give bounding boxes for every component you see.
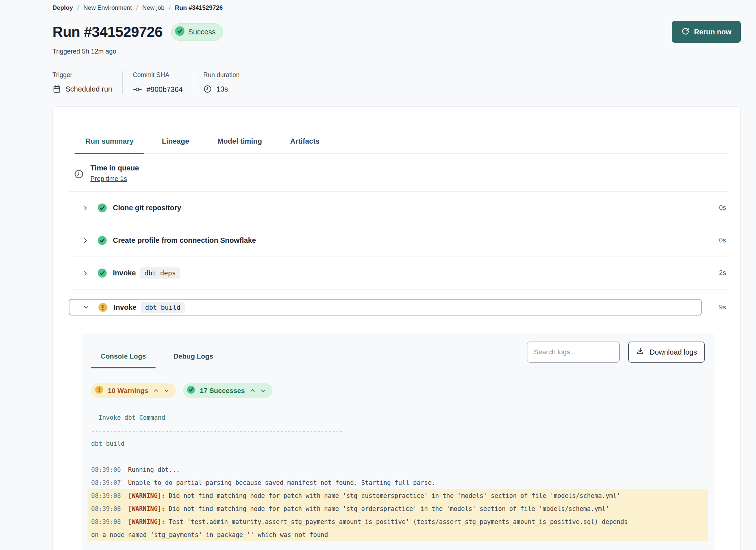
- meta-trigger-value: Scheduled run: [65, 85, 112, 93]
- step-row[interactable]: Clone git repository0s: [69, 192, 728, 224]
- log-line: 08:39:07Unable to do partial parsing bec…: [91, 476, 705, 489]
- log-timestamp: 08:39:08: [91, 518, 121, 525]
- log-warning-row: 08:39:08[WARNING]:Did not find matching …: [91, 502, 705, 515]
- rerun-now-button[interactable]: Rerun now: [672, 21, 741, 43]
- tab-lineage[interactable]: Lineage: [151, 137, 200, 153]
- time-in-queue-section: Time in queue Prep time 1s: [69, 154, 728, 192]
- step-row-content[interactable]: Invokedbt deps: [69, 267, 702, 279]
- breadcrumb-item[interactable]: Deploy: [52, 4, 73, 12]
- chevron-down-icon[interactable]: [164, 388, 169, 393]
- run-detail-page: Deploy/New Environment/New job/Run #3415…: [0, 0, 756, 550]
- step-row-content[interactable]: Clone git repository: [69, 203, 702, 213]
- page-title: Run #341529726: [52, 24, 162, 40]
- chevron-down-icon[interactable]: [83, 304, 89, 310]
- meta-commit-label: Commit SHA: [133, 71, 183, 79]
- success-icon: [175, 26, 184, 38]
- warnings-badge-label: 10 Warnings: [108, 387, 148, 395]
- breadcrumb: Deploy/New Environment/New job/Run #3415…: [52, 4, 741, 12]
- log-timestamp: 08:39:08: [91, 492, 121, 499]
- steps-list: Clone git repository0sCreate profile fro…: [69, 192, 728, 316]
- log-timestamp: 08:39:07: [91, 479, 121, 486]
- refresh-icon: [681, 27, 690, 37]
- download-logs-label: Download logs: [650, 348, 697, 356]
- breadcrumb-item[interactable]: New Environment: [83, 4, 132, 12]
- warning-tag: [WARNING]:: [128, 505, 165, 512]
- log-timestamp: 08:39:06: [91, 466, 121, 473]
- breadcrumb-separator: /: [169, 4, 171, 12]
- warning-tag: [WARNING]:: [128, 492, 165, 499]
- run-summary-card: Run summaryLineageModel timingArtifacts …: [52, 106, 741, 550]
- tab-model-timing[interactable]: Model timing: [207, 137, 273, 153]
- step-duration: 2s: [702, 269, 728, 277]
- tab-run-summary[interactable]: Run summary: [75, 137, 144, 153]
- step-label: Create profile from connection Snowflake: [113, 236, 256, 245]
- step-warning-icon: [98, 302, 108, 312]
- step-command-pill: dbt build: [141, 302, 185, 313]
- meta-commit-value: #900b7364: [146, 85, 183, 94]
- download-icon: [636, 347, 645, 358]
- triggered-text: Triggered 5h 12m ago: [52, 48, 741, 55]
- clock-icon: [203, 85, 212, 93]
- log-timestamp: 08:39:08: [91, 505, 121, 512]
- step-label: Invoke: [113, 269, 136, 277]
- log-spacer: [91, 450, 705, 463]
- step-row-content[interactable]: Create profile from connection Snowflake: [69, 236, 702, 245]
- log-warning-continuation: on a node named 'stg_payments' in packag…: [91, 528, 705, 541]
- log-line: 08:39:06Running dbt...: [91, 463, 705, 476]
- success-icon: [187, 385, 195, 396]
- meta-commit: Commit SHA #900b7364: [133, 71, 193, 94]
- prep-time-link[interactable]: Prep time 1s: [90, 175, 127, 183]
- chevron-right-icon[interactable]: [82, 270, 89, 276]
- meta-duration-value: 13s: [216, 85, 228, 93]
- breadcrumb-separator: /: [136, 4, 138, 12]
- tab-console-logs[interactable]: Console Logs: [91, 347, 156, 368]
- chevron-down-icon[interactable]: [260, 388, 266, 393]
- search-logs-input[interactable]: [527, 342, 620, 363]
- meta-duration-label: Run duration: [203, 71, 239, 79]
- stopwatch-icon: [74, 169, 84, 181]
- chevron-up-icon[interactable]: [250, 388, 255, 393]
- warnings-badge[interactable]: 10 Warnings: [91, 383, 176, 398]
- log-message: Test 'test.admin_maturity.assert_stg_pay…: [169, 518, 628, 525]
- successes-badge[interactable]: 17 Successes: [183, 383, 272, 398]
- status-badge-label: Success: [188, 28, 216, 36]
- page-header: Run #341529726 Success Rerun now: [52, 21, 741, 43]
- step-row-content[interactable]: Invokedbt build: [69, 299, 702, 316]
- time-in-queue-title: Time in queue: [90, 164, 139, 172]
- tab-bar: Run summaryLineageModel timingArtifacts: [75, 107, 728, 154]
- chevron-right-icon[interactable]: [82, 205, 89, 211]
- chevron-up-icon[interactable]: [153, 388, 159, 393]
- step-label: Clone git repository: [113, 204, 181, 212]
- log-line-command: dbt build: [91, 437, 705, 450]
- breadcrumb-current: Run #341529726: [175, 4, 222, 12]
- rerun-now-label: Rerun now: [694, 28, 731, 36]
- step-command-pill: dbt deps: [140, 267, 180, 279]
- log-line-warning: 08:39:08[WARNING]:Test 'test.admin_matur…: [88, 515, 708, 541]
- log-line-command: ----------------------------------------…: [91, 424, 705, 437]
- logs-tab-bar: Console LogsDebug Logs: [91, 347, 222, 368]
- warning-icon: [95, 385, 103, 396]
- step-success-icon: [97, 203, 107, 213]
- meta-duration: Run duration 13s: [203, 71, 250, 94]
- log-message: Did not find matching node for patch wit…: [169, 492, 620, 499]
- breadcrumb-item[interactable]: New job: [142, 4, 164, 12]
- run-meta: Trigger Scheduled run Commit SHA #900b73…: [52, 71, 741, 94]
- warning-tag: [WARNING]:: [128, 518, 165, 525]
- step-row[interactable]: Invokedbt deps2s: [69, 257, 728, 289]
- logs-panel: Console LogsDebug Logs Download logs: [82, 334, 714, 550]
- step-row[interactable]: Invokedbt build9s: [69, 289, 728, 316]
- tab-artifacts[interactable]: Artifacts: [279, 137, 330, 153]
- step-success-icon: [97, 236, 107, 245]
- tab-debug-logs[interactable]: Debug Logs: [164, 347, 223, 368]
- logs-header: Console LogsDebug Logs Download logs: [91, 334, 705, 368]
- step-duration: 0s: [702, 237, 728, 244]
- calendar-icon: [52, 85, 61, 93]
- step-duration: 9s: [702, 304, 728, 311]
- commit-icon: [133, 85, 142, 94]
- successes-badge-label: 17 Successes: [200, 387, 245, 395]
- status-badge: Success: [171, 23, 223, 41]
- download-logs-button[interactable]: Download logs: [628, 342, 705, 363]
- step-row[interactable]: Create profile from connection Snowflake…: [69, 224, 728, 257]
- log-summary-badges: 10 Warnings 17 Successes: [91, 383, 705, 398]
- chevron-right-icon[interactable]: [82, 237, 89, 244]
